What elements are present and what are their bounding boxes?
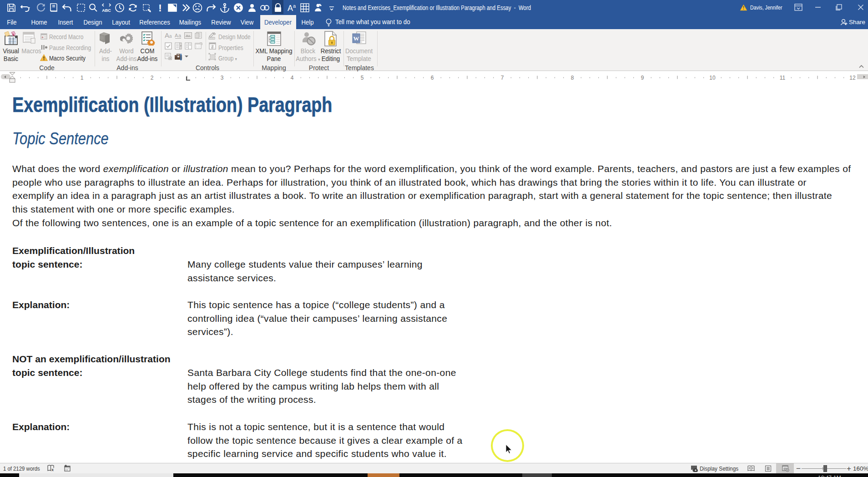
svg-text:1: 1 <box>81 75 84 81</box>
svg-text:A: A <box>175 33 178 38</box>
svg-text:9: 9 <box>641 75 644 81</box>
svg-text:ABC: ABC <box>102 8 111 13</box>
svg-text:6: 6 <box>431 75 434 81</box>
svg-text:a: a <box>169 34 172 39</box>
svg-text:12: 12 <box>849 75 856 81</box>
svg-text:8: 8 <box>571 75 574 81</box>
svg-text:x: x <box>51 467 54 472</box>
svg-text:2: 2 <box>151 75 154 81</box>
svg-text:!: ! <box>158 2 161 14</box>
svg-text:11: 11 <box>780 75 786 81</box>
svg-text:10: 10 <box>709 75 716 81</box>
svg-text:5: 5 <box>361 75 364 81</box>
svg-text:a: a <box>178 33 182 38</box>
svg-text:W: W <box>353 35 359 42</box>
svg-text:7: 7 <box>501 75 504 81</box>
svg-text:!: ! <box>743 5 744 10</box>
svg-text:4: 4 <box>291 75 294 81</box>
svg-text:3: 3 <box>221 75 224 81</box>
svg-text:A: A <box>165 32 169 39</box>
svg-text:a: a <box>293 3 296 9</box>
svg-text:A: A <box>288 4 293 13</box>
